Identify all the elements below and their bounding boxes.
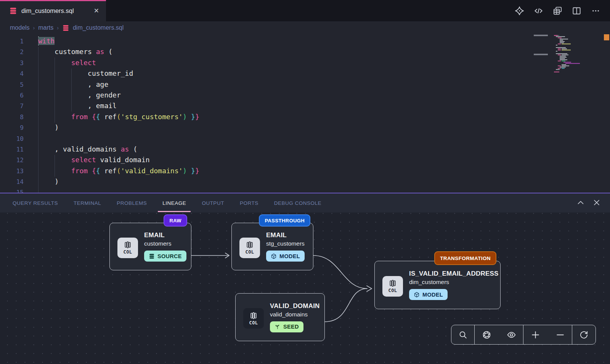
panel-tab-output[interactable]: OUTPUT: [197, 193, 229, 212]
line-number: 3: [0, 58, 24, 69]
panel-tab-terminal[interactable]: TERMINAL: [69, 193, 106, 212]
line-number: 6: [0, 90, 24, 101]
line-number: 4: [0, 69, 24, 79]
node-title: EMAIL: [144, 231, 186, 239]
column-chip: COL: [239, 238, 260, 258]
refresh-icon[interactable]: [579, 330, 589, 340]
lineage-node-valid-domains[interactable]: COL VALID_DOMAIN valid_domains SEED: [235, 293, 325, 341]
query-results-icon[interactable]: [552, 6, 563, 16]
panel-tab-problems[interactable]: PROBLEMS: [112, 193, 151, 212]
lineage-node-dim-customers[interactable]: TRANSFORMATION COL IS_VALID_EMAIL_ADDRES…: [374, 261, 501, 309]
database-icon: [62, 24, 69, 32]
node-badge-raw: RAW: [164, 214, 187, 227]
panel-tab-lineage[interactable]: LINEAGE: [158, 193, 191, 212]
lineage-node-customers[interactable]: RAW COL EMAIL customers SOURCE: [109, 223, 191, 270]
database-icon: [9, 7, 17, 15]
node-subtitle: stg_customers: [266, 240, 305, 247]
code-line: 6 , gender: [0, 90, 541, 101]
app-window: dim_customers.sql ✕: [0, 0, 610, 364]
split-editor-icon[interactable]: [571, 6, 582, 16]
code-line: 7 , email: [0, 101, 541, 111]
lineage-toolbar: [451, 325, 596, 345]
chip-label: COL: [245, 249, 254, 255]
column-chip: COL: [117, 238, 138, 258]
line-number: 1: [0, 36, 24, 47]
database-icon: [149, 253, 155, 259]
breadcrumb-file[interactable]: dim_customers.sql: [73, 24, 124, 31]
code-line: 12 select valid_domain: [0, 155, 541, 165]
node-tag-model: MODEL: [409, 289, 448, 300]
node-title: VALID_DOMAIN: [270, 302, 320, 310]
code-icon[interactable]: [533, 6, 544, 16]
column-chip: COL: [243, 308, 264, 329]
editor-actions: [514, 0, 601, 21]
code-editor[interactable]: 1with2 customers as (3 select4 customer_…: [0, 34, 610, 193]
code-line: 9 ): [0, 122, 541, 133]
node-tag-source: SOURCE: [144, 251, 186, 262]
code-line: 10: [0, 133, 541, 144]
line-number: 2: [0, 47, 24, 57]
search-icon[interactable]: [458, 330, 468, 340]
indent-guide: [38, 47, 39, 193]
code-line: 3 select: [0, 57, 541, 68]
code-line: 8 from {{ ref('stg_customers') }}: [0, 112, 541, 122]
breadcrumb-models[interactable]: models: [10, 24, 30, 31]
sprout-icon: [274, 324, 281, 330]
line-number: 9: [0, 123, 24, 133]
node-subtitle: valid_domains: [270, 311, 320, 318]
panel-tab-query-results[interactable]: QUERY RESULTS: [8, 193, 63, 212]
close-panel-icon[interactable]: [592, 198, 601, 207]
code-line: 5 , age: [0, 79, 541, 90]
scrollbar-decoration[interactable]: [604, 34, 609, 40]
tab-title: dim_customers.sql: [21, 7, 88, 14]
line-number: 5: [0, 80, 24, 90]
line-number: 13: [0, 166, 24, 177]
line-number: 12: [0, 155, 24, 166]
indent-guide: [55, 155, 55, 177]
breadcrumb-separator: ›: [33, 25, 35, 31]
eye-icon[interactable]: [507, 330, 516, 340]
indent-guide: [71, 69, 72, 112]
code-line: 15: [0, 187, 541, 193]
chip-label: COL: [388, 288, 397, 293]
chip-label: COL: [249, 320, 258, 326]
panel-tab-debug-console[interactable]: DEBUG CONSOLE: [270, 193, 326, 212]
panel-actions: [576, 193, 601, 212]
column-chip: COL: [382, 276, 403, 297]
breadcrumb: models › marts › dim_customers.sql: [0, 21, 610, 34]
node-subtitle: customers: [144, 240, 186, 247]
minimap[interactable]: [543, 35, 598, 104]
tab-close-icon[interactable]: ✕: [92, 7, 101, 15]
dbt-logo-icon[interactable]: [514, 6, 525, 16]
indent-guide: [55, 57, 55, 123]
line-number: 15: [0, 187, 24, 193]
line-number: 8: [0, 112, 24, 123]
line-number: 7: [0, 101, 24, 112]
panel-bar: QUERY RESULTSTERMINALPROBLEMSLINEAGEOUTP…: [0, 193, 610, 212]
node-subtitle: dim_customers: [409, 279, 499, 286]
panel-tab-ports[interactable]: PORTS: [235, 193, 263, 212]
code-lines: 1with2 customers as (3 select4 customer_…: [0, 36, 541, 193]
aperture-icon[interactable]: [482, 330, 491, 340]
cube-icon: [414, 292, 420, 298]
lineage-canvas[interactable]: RAW COL EMAIL customers SOURCE PAS: [0, 212, 610, 364]
line-number: 10: [0, 134, 24, 144]
more-actions-icon[interactable]: [591, 6, 601, 16]
node-tag-seed: SEED: [270, 321, 303, 332]
tab-dim-customers[interactable]: dim_customers.sql ✕: [0, 0, 106, 21]
code-line: 11 , valid_domains as (: [0, 144, 541, 155]
lineage-node-stg-customers[interactable]: PASSTHROUGH COL EMAIL stg_customers MODE…: [231, 223, 313, 270]
tab-bar: dim_customers.sql ✕: [0, 0, 610, 21]
collapse-panel-icon[interactable]: [576, 198, 585, 207]
code-line: 2 customers as (: [0, 46, 541, 57]
chip-label: COL: [123, 249, 132, 255]
cube-icon: [271, 253, 277, 259]
code-line: 1with: [0, 36, 541, 46]
node-badge-passthrough: PASSTHROUGH: [259, 214, 310, 227]
code-line: 4 customer_id: [0, 68, 541, 79]
panel-tabs: QUERY RESULTSTERMINALPROBLEMSLINEAGEOUTP…: [8, 193, 326, 212]
code-line: 13 from {{ ref('valid_domains') }}: [0, 166, 541, 176]
zoom-in-icon[interactable]: [531, 330, 540, 340]
zoom-out-icon[interactable]: [555, 330, 565, 340]
breadcrumb-marts[interactable]: marts: [38, 24, 53, 31]
